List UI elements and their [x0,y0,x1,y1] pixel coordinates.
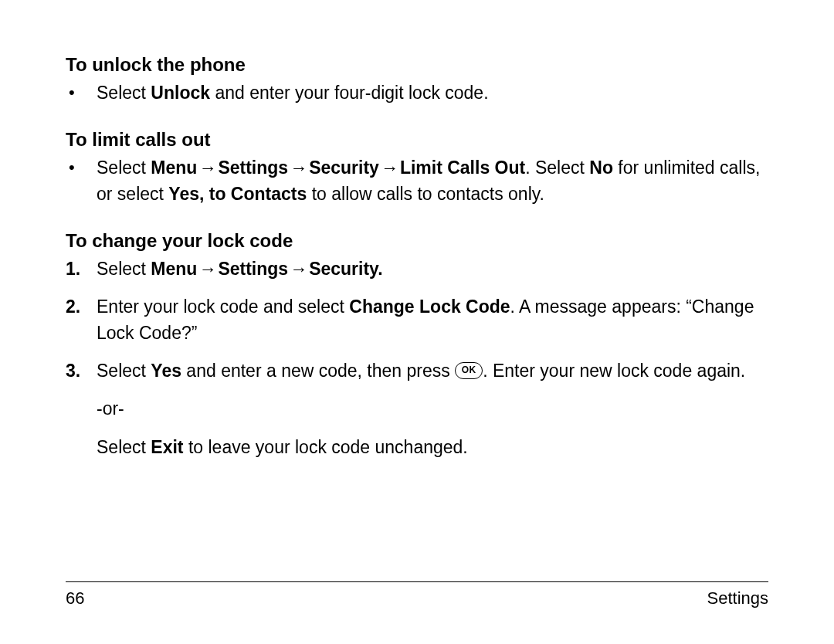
page-number: 66 [66,588,84,608]
or-separator: -or- [66,396,768,422]
text: to leave your lock code unchanged. [184,437,468,457]
step-2: 2. Enter your lock code and select Chang… [66,294,768,346]
ok-button-icon: OK [455,362,483,379]
text: and enter a new code, then press [181,361,455,381]
text: . Enter your new lock code again. [483,361,745,381]
text: Select [97,83,151,103]
text: and enter your four-digit lock code. [210,83,489,103]
path-security: Security. [309,259,382,279]
bold-exit: Exit [151,437,183,457]
text: to allow calls to contacts only. [307,184,544,204]
heading-limit-calls: To limit calls out [66,129,768,151]
arrow-icon: → [288,155,309,181]
page-footer: 66 Settings [66,581,768,608]
text: Select [97,361,151,381]
bullet-unlock: Select Unlock and enter your four-digit … [66,80,768,106]
path-settings: Settings [218,259,288,279]
arrow-icon: → [288,256,309,282]
section-change-lock-code: To change your lock code 1. Select Menu … [66,230,768,460]
alt-exit: Select Exit to leave your lock code unch… [66,435,768,460]
path-limit-calls-out: Limit Calls Out [400,158,525,178]
arrow-icon: → [197,155,218,181]
path-menu: Menu [151,158,197,178]
bold-change-lock-code: Change Lock Code [349,297,510,317]
section-title: Settings [707,588,769,608]
bold-yes-to-contacts: Yes, to Contacts [168,184,307,204]
arrow-icon: → [197,256,218,282]
manual-page: To unlock the phone Select Unlock and en… [0,0,834,644]
bold-no: No [589,158,613,178]
step-number: 3. [66,358,80,384]
step-1: 1. Select Menu → Settings → Security. [66,256,768,282]
footer-divider [66,581,768,582]
path-menu: Menu [151,259,197,279]
bullet-limit-calls: Select Menu → Settings → Security → Limi… [66,155,768,207]
text: Enter your lock code and select [97,297,349,317]
text: Select [97,158,151,178]
text: Select [97,437,151,457]
step-number: 2. [66,294,80,320]
heading-change-lock: To change your lock code [66,230,768,252]
arrow-icon: → [379,155,400,181]
bold-unlock: Unlock [151,83,210,103]
step-3: 3. Select Yes and enter a new code, then… [66,358,768,384]
bold-yes: Yes [151,361,181,381]
path-security: Security [309,158,379,178]
text: . Select [525,158,589,178]
heading-unlock: To unlock the phone [66,54,768,76]
section-unlock: To unlock the phone Select Unlock and en… [66,54,768,106]
path-settings: Settings [218,158,288,178]
section-limit-calls: To limit calls out Select Menu → Setting… [66,129,768,207]
step-number: 1. [66,256,80,282]
text: Select [97,259,151,279]
